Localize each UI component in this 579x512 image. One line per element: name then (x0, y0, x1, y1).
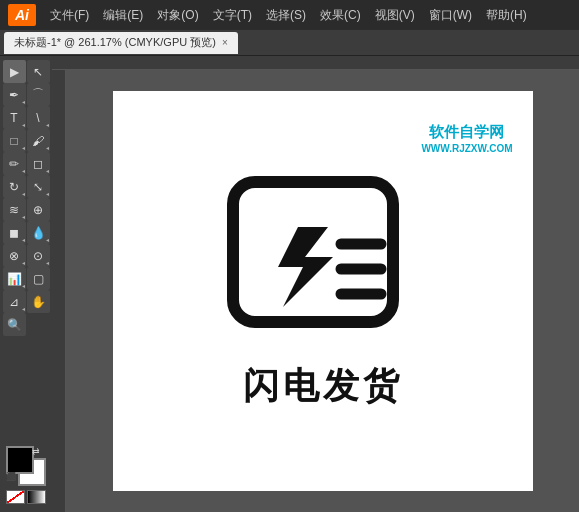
selection-tool[interactable]: ▶ (3, 60, 26, 83)
barchart-tool[interactable]: 📊◂ (3, 267, 26, 290)
zoom-tool[interactable]: 🔍 (3, 313, 26, 336)
logo-container: 闪电发货 (223, 172, 423, 411)
pencil-tool[interactable]: ✏◂ (3, 152, 26, 175)
canvas-area: 软件自学网 WWW.RJZXW.COM 闪电发货 (52, 56, 579, 512)
menu-item-编辑e[interactable]: 编辑(E) (97, 5, 149, 26)
menu-item-帮助h[interactable]: 帮助(H) (480, 5, 533, 26)
tool-row: T◂\◂ (3, 106, 50, 129)
blend-tool[interactable]: ⊗◂ (3, 244, 26, 267)
tool-row: ▶↖ (3, 60, 50, 83)
tab-bar: 未标题-1* @ 261.17% (CMYK/GPU 预览) × (0, 30, 579, 56)
eraser-tool[interactable]: ◻◂ (27, 152, 50, 175)
swap-colors-icon[interactable]: ⇄ (32, 446, 46, 460)
color-area: ⇄ ⬛ (2, 442, 50, 508)
color-swatches: ⇄ ⬛ (6, 446, 46, 486)
tool-row: ⊗◂⊙◂ (3, 244, 50, 267)
logo-icon (223, 172, 423, 342)
svg-rect-0 (233, 182, 393, 322)
tool-row: ↻◂⤡◂ (3, 175, 50, 198)
tab-close-button[interactable]: × (222, 37, 228, 48)
tool-row: ◼◂💧◂ (3, 221, 50, 244)
logo-text: 闪电发货 (243, 362, 403, 411)
main-area: ▶↖✒◂⌒T◂\◂□◂🖌◂✏◂◻◂↻◂⤡◂≋◂⊕◼◂💧◂⊗◂⊙◂📊◂▢⊿◂✋🔍 … (0, 56, 579, 512)
menu-item-对象o[interactable]: 对象(O) (151, 5, 204, 26)
gradient-tool[interactable]: ◼◂ (3, 221, 26, 244)
tool-row: ✒◂⌒ (3, 83, 50, 106)
eyedropper-tool[interactable]: 💧◂ (27, 221, 50, 244)
warp-tool[interactable]: ≋◂ (3, 198, 26, 221)
ruler-left (52, 70, 66, 512)
tool-row: 📊◂▢ (3, 267, 50, 290)
artboard-tool[interactable]: ▢ (27, 267, 50, 290)
watermark-line2: WWW.RJZXW.COM (421, 142, 512, 156)
curvature-tool[interactable]: ⌒ (27, 83, 50, 106)
menu-item-文件f[interactable]: 文件(F) (44, 5, 95, 26)
menu-item-视图v[interactable]: 视图(V) (369, 5, 421, 26)
scale-tool[interactable]: ⤡◂ (27, 175, 50, 198)
slice-tool[interactable]: ⊿◂ (3, 290, 26, 313)
color-extra-row (6, 490, 46, 504)
menu-item-选择s[interactable]: 选择(S) (260, 5, 312, 26)
ruler-top (52, 56, 579, 70)
watermark: 软件自学网 WWW.RJZXW.COM (421, 121, 512, 156)
line-tool[interactable]: \◂ (27, 106, 50, 129)
toolbar: ▶↖✒◂⌒T◂\◂□◂🖌◂✏◂◻◂↻◂⤡◂≋◂⊕◼◂💧◂⊗◂⊙◂📊◂▢⊿◂✋🔍 … (0, 56, 52, 512)
reset-colors-icon[interactable]: ⬛ (6, 472, 20, 486)
menu-item-效果c[interactable]: 效果(C) (314, 5, 367, 26)
pen-tool[interactable]: ✒◂ (3, 83, 26, 106)
tool-row: □◂🖌◂ (3, 129, 50, 152)
tool-row: 🔍 (3, 313, 50, 336)
tool-row: ≋◂⊕ (3, 198, 50, 221)
rotate-tool[interactable]: ↻◂ (3, 175, 26, 198)
gradient-color-button[interactable] (27, 490, 46, 504)
hand-tool[interactable]: ✋ (27, 290, 50, 313)
watermark-line1: 软件自学网 (421, 121, 512, 142)
paintbrush-tool[interactable]: 🖌◂ (27, 129, 50, 152)
tool-row: ✏◂◻◂ (3, 152, 50, 175)
symbolsprayer-tool[interactable]: ⊙◂ (27, 244, 50, 267)
app-logo: Ai (8, 4, 36, 26)
menu-bar: 文件(F)编辑(E)对象(O)文字(T)选择(S)效果(C)视图(V)窗口(W)… (44, 5, 571, 26)
tool-row: ⊿◂✋ (3, 290, 50, 313)
menu-item-文字t[interactable]: 文字(T) (207, 5, 258, 26)
title-bar: Ai 文件(F)编辑(E)对象(O)文字(T)选择(S)效果(C)视图(V)窗口… (0, 0, 579, 30)
direct-selection-tool[interactable]: ↖ (27, 60, 50, 83)
active-tab[interactable]: 未标题-1* @ 261.17% (CMYK/GPU 预览) × (4, 32, 238, 54)
none-color-button[interactable] (6, 490, 25, 504)
shapebuilder-tool[interactable]: ⊕ (27, 198, 50, 221)
foreground-color-swatch[interactable] (6, 446, 34, 474)
tab-label: 未标题-1* @ 261.17% (CMYK/GPU 预览) (14, 35, 216, 50)
canvas-content: 软件自学网 WWW.RJZXW.COM 闪电发货 (113, 91, 533, 491)
type-tool[interactable]: T◂ (3, 106, 26, 129)
menu-item-窗口w[interactable]: 窗口(W) (423, 5, 478, 26)
toolbar-tools: ▶↖✒◂⌒T◂\◂□◂🖌◂✏◂◻◂↻◂⤡◂≋◂⊕◼◂💧◂⊗◂⊙◂📊◂▢⊿◂✋🔍 (3, 60, 50, 336)
rectangle-tool[interactable]: □◂ (3, 129, 26, 152)
